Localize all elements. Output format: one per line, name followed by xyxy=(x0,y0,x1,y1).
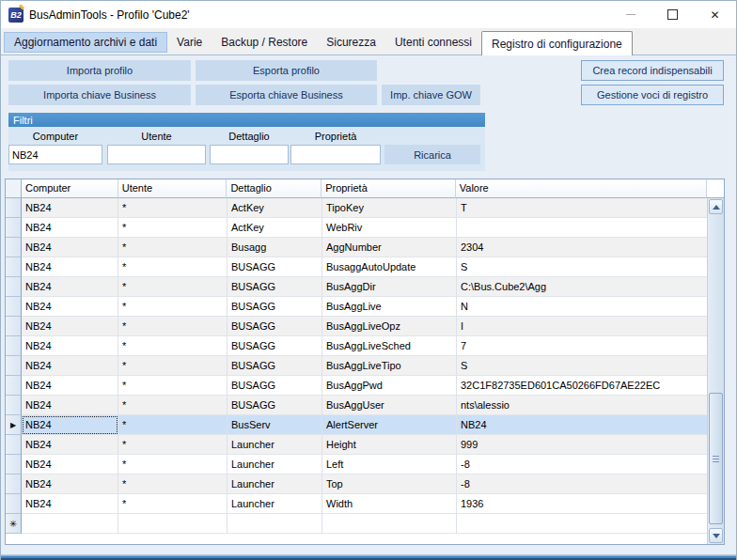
close-button[interactable]: ✕ xyxy=(694,1,736,28)
grid-cell[interactable]: BUSAGG xyxy=(227,336,322,356)
column-header-dettaglio[interactable]: Dettaglio xyxy=(227,179,321,198)
export-business-key-button[interactable]: Esporta chiave Business xyxy=(196,85,377,105)
grid-cell[interactable]: * xyxy=(118,356,227,376)
grid-cell[interactable]: BusaggAutoUpdate xyxy=(322,257,457,277)
grid-cell[interactable]: BusServ xyxy=(227,415,322,435)
grid-cell[interactable]: NB24 xyxy=(22,474,118,494)
grid-cell[interactable]: * xyxy=(118,396,227,415)
grid-cell[interactable]: BusAggLiveOpz xyxy=(322,317,457,336)
create-records-button[interactable]: Crea record indispensabili xyxy=(581,60,724,81)
export-profile-button[interactable]: Esporta profilo xyxy=(196,60,377,81)
app-icon[interactable]: B2 xyxy=(8,8,24,23)
grid-cell[interactable]: BUSAGG xyxy=(227,257,322,277)
grid-cell[interactable]: -8 xyxy=(457,455,709,474)
row-selector[interactable] xyxy=(6,277,22,297)
grid-cell[interactable]: NB24 xyxy=(22,455,118,474)
row-selector[interactable] xyxy=(6,455,22,474)
dettaglio-filter-input[interactable] xyxy=(210,145,289,164)
import-profile-button[interactable]: Importa profilo xyxy=(8,60,191,81)
grid-cell[interactable]: ActKey xyxy=(227,218,322,238)
grid-cell[interactable]: NB24 xyxy=(22,356,118,376)
grid-cell[interactable]: * xyxy=(118,277,227,297)
grid-cell[interactable]: S xyxy=(457,356,709,376)
row-selector[interactable] xyxy=(6,218,22,238)
reload-button[interactable]: Ricarica xyxy=(384,145,480,164)
grid-cell[interactable]: TipoKey xyxy=(322,198,457,218)
grid-cell[interactable]: BusAggUser xyxy=(322,396,457,415)
grid-cell[interactable] xyxy=(22,514,118,534)
import-gow-key-button[interactable]: Imp. chiave GOW xyxy=(382,85,480,105)
grid-cell[interactable]: BUSAGG xyxy=(227,317,322,336)
grid-cell[interactable]: * xyxy=(118,415,227,435)
grid-cell[interactable]: Launcher xyxy=(227,455,322,474)
tab-registro-configurazione[interactable]: Registro di configurazione xyxy=(481,31,633,55)
grid-cell[interactable]: * xyxy=(118,317,227,336)
grid-cell[interactable]: AggNumber xyxy=(322,238,457,257)
tab-aggiornamento-archivi[interactable]: Aggiornamento archivi e dati xyxy=(4,32,167,53)
vertical-scrollbar[interactable] xyxy=(707,198,724,544)
grid-cell[interactable]: 32C1F82735ED601CA50266FD67AE22EC xyxy=(457,376,709,396)
grid-cell[interactable]: BUSAGG xyxy=(227,297,322,317)
row-selector[interactable] xyxy=(6,494,22,514)
table-row[interactable]: NB24*BUSAGGBusaggAutoUpdateS xyxy=(6,257,724,277)
grid-cell[interactable]: WebRiv xyxy=(322,218,457,238)
grid-cell[interactable]: nts\alessio xyxy=(457,396,709,415)
table-row[interactable]: NB24*BUSAGGBusAggLiveTipoS xyxy=(6,356,724,376)
grid-cell[interactable]: -8 xyxy=(457,474,709,494)
grid-cell[interactable]: BUSAGG xyxy=(227,376,322,396)
manage-registry-button[interactable]: Gestione voci di registro xyxy=(581,85,724,105)
grid-cell[interactable]: S xyxy=(457,257,709,277)
table-row[interactable]: NB24*LauncherHeight999 xyxy=(6,435,724,455)
grid-cell[interactable]: BusAggPwd xyxy=(322,376,457,396)
grid-cell[interactable]: NB24 xyxy=(22,336,118,356)
grid-cell[interactable]: * xyxy=(118,455,227,474)
column-header-computer[interactable]: Computer xyxy=(22,179,118,198)
grid-cell[interactable] xyxy=(118,514,227,534)
grid-cell[interactable]: NB24 xyxy=(22,198,118,218)
grid-cell[interactable]: Launcher xyxy=(227,435,322,455)
grid-cell[interactable]: Busagg xyxy=(227,238,322,257)
grid-cell[interactable]: C:\Bus.Cube2\Agg xyxy=(457,277,709,297)
table-row[interactable]: NB24*ActKeyWebRiv xyxy=(6,218,724,238)
grid-cell[interactable]: * xyxy=(118,494,227,514)
scroll-down-button[interactable] xyxy=(709,528,723,543)
scroll-up-button[interactable] xyxy=(709,199,723,214)
grid-cell[interactable]: NB24 xyxy=(22,297,118,317)
grid-cell[interactable]: Width xyxy=(322,494,457,514)
minimize-button[interactable] xyxy=(609,1,651,28)
table-row[interactable]: NB24*LauncherWidth1936 xyxy=(6,494,724,514)
grid-cell[interactable]: * xyxy=(118,198,227,218)
grid-cell[interactable]: Launcher xyxy=(227,474,322,494)
grid-cell[interactable]: * xyxy=(118,435,227,455)
grid-cell[interactable]: ActKey xyxy=(227,198,322,218)
grid-cell[interactable]: NB24 xyxy=(22,415,118,435)
grid-cell[interactable]: Left xyxy=(322,455,457,474)
grid-cell[interactable] xyxy=(322,514,457,534)
grid-cell[interactable]: Launcher xyxy=(227,494,322,514)
table-row[interactable]: NB24*BusaggAggNumber2304 xyxy=(6,238,724,257)
tab-sicurezza[interactable]: Sicurezza xyxy=(317,32,385,53)
new-row-marker[interactable]: ✳ xyxy=(6,514,22,534)
grid-cell[interactable]: N xyxy=(457,297,709,317)
table-row[interactable]: NB24*BUSAGGBusAggLiveOpzI xyxy=(6,317,724,336)
grid-cell[interactable]: NB24 xyxy=(22,435,118,455)
table-row[interactable]: NB24*BUSAGGBusAggLiveN xyxy=(6,297,724,317)
grid-cell[interactable]: Top xyxy=(322,474,457,494)
table-row[interactable]: NB24*BUSAGGBusAggPwd32C1F82735ED601CA502… xyxy=(6,376,724,396)
scrollbar-thumb[interactable] xyxy=(709,393,723,524)
grid-cell[interactable]: Height xyxy=(322,435,457,455)
proprieta-filter-input[interactable] xyxy=(290,145,381,164)
grid-cell[interactable]: NB24 xyxy=(22,238,118,257)
table-row[interactable]: NB24*LauncherLeft-8 xyxy=(6,455,724,474)
table-row[interactable]: NB24*BUSAGGBusAggLiveSched7 xyxy=(6,336,724,356)
row-selector[interactable] xyxy=(6,317,22,336)
row-selector[interactable] xyxy=(6,396,22,415)
grid-cell[interactable]: * xyxy=(118,336,227,356)
row-selector[interactable] xyxy=(6,474,22,494)
row-selector[interactable] xyxy=(6,238,22,257)
grid-cell[interactable]: BUSAGG xyxy=(227,356,322,376)
grid-cell[interactable]: BusAggLiveTipo xyxy=(322,356,457,376)
computer-filter-input[interactable] xyxy=(8,145,102,164)
table-row[interactable]: ▶NB24*BusServAlertServerNB24 xyxy=(6,415,724,435)
grid-cell[interactable]: NB24 xyxy=(457,415,709,435)
